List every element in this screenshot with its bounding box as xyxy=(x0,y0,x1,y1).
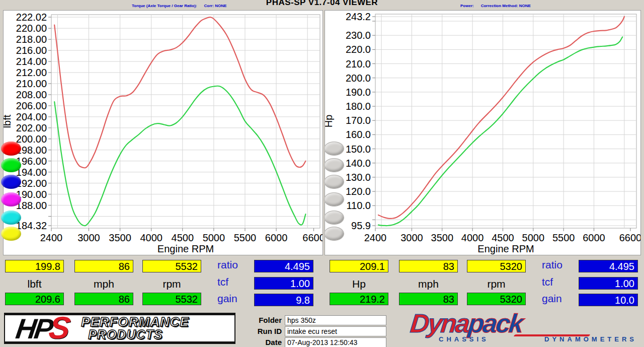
y-tick-label: 200.0 xyxy=(346,73,371,84)
power-gain-label: gain xyxy=(542,293,577,305)
x-tick-label: 3000 xyxy=(400,232,423,243)
y-tick-label: 180.0 xyxy=(346,101,371,112)
dynapack-subtitle: CHASSIS DYNAMOMETERS xyxy=(439,335,637,343)
y-tick-label: 220.0 xyxy=(346,44,371,55)
power-correction-header: Power:Correction Method: NONE xyxy=(460,4,531,8)
run-id-input[interactable]: intake ecu reset xyxy=(285,326,386,336)
y-axis-label: lbft xyxy=(4,114,13,128)
y-tick-label: 206.00 xyxy=(16,100,47,111)
y-tick-label: 190.0 xyxy=(346,87,371,98)
y-tick-label: 170.0 xyxy=(346,115,371,126)
y-tick-label: 216.00 xyxy=(16,45,47,56)
run-info-row-run-id: Run IDintake ecu reset xyxy=(236,326,387,336)
run-button-right-6[interactable] xyxy=(324,227,344,241)
y-tick-label: 218.00 xyxy=(16,34,47,45)
torque-readout-group: 199.8865532lbftmphrpm209.6865532ratio4.4… xyxy=(0,258,322,309)
dynapack-logo-text: Dynapack xyxy=(409,308,524,338)
window-titlebar[interactable]: PHAS-SP V1.7-04 VIEWER xyxy=(0,0,644,10)
run-id-label: Run ID xyxy=(236,326,282,336)
run-button-blue[interactable] xyxy=(1,175,21,189)
run-button-magenta[interactable] xyxy=(1,192,21,206)
x-tick-label: 4000 xyxy=(140,232,163,243)
y-tick-label: 130.0 xyxy=(346,172,371,183)
run-button-right-3[interactable] xyxy=(324,175,344,189)
x-tick-label: 4000 xyxy=(461,232,484,243)
date-label: Date xyxy=(236,337,282,347)
x-tick-label: 6000 xyxy=(583,232,605,243)
y-tick-label: 140.0 xyxy=(346,158,371,169)
torque-correction-header: Torque (Axle Torque / Gear Ratio):Corr: … xyxy=(132,4,226,8)
hps-logo-words: PERFORMANCE PRODUCTS xyxy=(81,316,189,341)
torque-tcf-label: tcf xyxy=(217,276,253,288)
torque-tcf-field: 1.00 xyxy=(254,277,313,290)
torque-ratio-field: 4.495 xyxy=(254,260,313,272)
x-tick-label: 4500 xyxy=(492,232,514,243)
y-tick-label: 204.00 xyxy=(16,111,47,122)
y-tick-label: 150.0 xyxy=(346,144,371,155)
x-tick-label: 6000 xyxy=(265,232,288,243)
x-tick-label: 6600 xyxy=(302,232,323,243)
power-chart-panel[interactable]: 243.2230.0220.0210.0200.0190.0180.0170.0… xyxy=(325,10,641,255)
power-run1-Hp-field: 209.1 xyxy=(330,260,388,272)
torque-chart-panel[interactable]: 222.02220.00218.00216.00214.00212.00210.… xyxy=(3,10,323,255)
y-tick-label: 243.2 xyxy=(346,11,371,22)
date-input[interactable]: 07-Aug-2013 12:50:43 xyxy=(285,337,386,347)
torque-run1-rpm-field: 5532 xyxy=(142,260,201,272)
run-button-red[interactable] xyxy=(1,142,21,156)
power-ratio-field: 4.495 xyxy=(579,260,638,272)
x-axis-label: Engine RPM xyxy=(157,243,214,254)
y-tick-label: 184.32 xyxy=(16,220,47,231)
x-tick-label: 3000 xyxy=(77,232,100,243)
power-run2-rpm-field: 5320 xyxy=(467,293,526,305)
folder-label: Folder xyxy=(236,315,282,325)
footer: HPS PERFORMANCE PRODUCTS Folderhps 350zR… xyxy=(0,311,644,347)
x-tick-label: 2400 xyxy=(364,232,387,243)
x-axis-label: Engine RPM xyxy=(477,243,534,254)
torque-run2-rpm-field: 5532 xyxy=(142,293,201,305)
x-tick-label: 5000 xyxy=(203,232,225,243)
run-button-cyan[interactable] xyxy=(1,211,21,225)
run-button-right-1[interactable] xyxy=(324,142,344,156)
torque-ratio-label: ratio xyxy=(217,259,253,271)
power-run1-mph-field: 83 xyxy=(399,260,458,272)
power-unit-label-rpm: rpm xyxy=(467,278,526,290)
y-tick-label: 222.02 xyxy=(16,12,47,23)
y-tick-label: 120.0 xyxy=(346,186,371,197)
run-button-right-5[interactable] xyxy=(324,211,344,225)
folder-input[interactable]: hps 350z xyxy=(285,315,386,325)
power-unit-label-Hp: Hp xyxy=(330,278,388,290)
power-tcf-label: tcf xyxy=(542,276,577,288)
y-tick-label: 160.0 xyxy=(346,129,371,140)
power-run2-Hp-field: 219.2 xyxy=(330,293,388,305)
torque-unit-label-rpm: rpm xyxy=(142,278,201,290)
power-unit-label-mph: mph xyxy=(399,278,458,290)
torque-run1-lbft-field: 199.8 xyxy=(5,260,64,272)
x-tick-label: 4500 xyxy=(172,232,194,243)
torque-chart[interactable]: 222.02220.00218.00216.00214.00212.00210.… xyxy=(4,11,323,255)
torque-run2-mph-field: 86 xyxy=(74,293,133,305)
y-tick-label: 210.0 xyxy=(346,58,371,70)
y-tick-label: 202.00 xyxy=(16,122,47,133)
torque-gain-label: gain xyxy=(217,293,253,305)
x-tick-label: 2400 xyxy=(40,232,63,243)
window-title: PHAS-SP V1.7-04 VIEWER xyxy=(0,0,644,8)
x-tick-label: 5500 xyxy=(552,232,575,243)
torque-unit-label-lbft: lbft xyxy=(5,278,64,290)
run-button-green[interactable] xyxy=(1,158,21,172)
y-tick-label: 214.00 xyxy=(16,56,47,67)
y-tick-label: 95.9 xyxy=(351,220,371,231)
y-tick-label: 212.00 xyxy=(16,67,47,78)
y-tick-label: 208.00 xyxy=(16,89,47,100)
y-axis-label: Hp xyxy=(325,115,334,128)
run-button-yellow[interactable] xyxy=(1,227,21,241)
power-chart[interactable]: 243.2230.0220.0210.0200.0190.0180.0170.0… xyxy=(325,11,640,255)
y-tick-label: 110.0 xyxy=(346,200,371,211)
run-button-right-4[interactable] xyxy=(324,192,344,206)
readout-panel: 199.8865532lbftmphrpm209.6865532ratio4.4… xyxy=(0,258,644,309)
x-tick-label: 3500 xyxy=(431,232,454,243)
power-readout-group: 209.1835320Hpmphrpm219.2835320ratio4.495… xyxy=(325,258,644,309)
torque-unit-label-mph: mph xyxy=(74,278,133,290)
run-info-row-folder: Folderhps 350z xyxy=(236,315,387,325)
run-button-right-2[interactable] xyxy=(324,158,344,172)
run-info-row-date: Date07-Aug-2013 12:50:43 xyxy=(236,337,387,347)
